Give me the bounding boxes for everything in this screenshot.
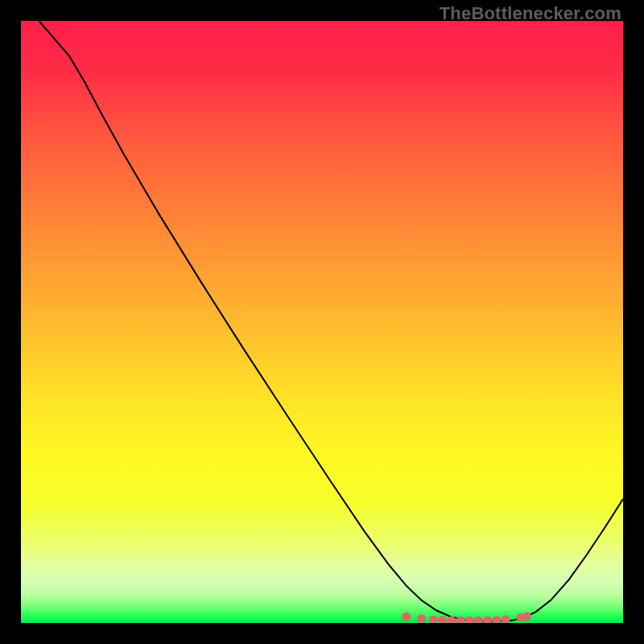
heat-gradient-background [21,21,623,623]
optimal-marker [402,613,411,621]
optimal-marker [417,614,426,623]
chart-svg [21,21,623,623]
watermark-text: TheBottlenecker.com [440,3,621,24]
chart-frame [21,21,623,623]
optimal-marker [522,612,531,621]
